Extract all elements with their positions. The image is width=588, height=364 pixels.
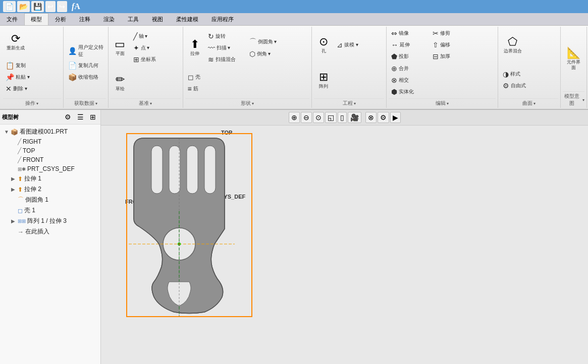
tree-expand-root[interactable]: ▼ (4, 129, 9, 135)
offset-icon: ⇧ (433, 41, 439, 49)
btn-draft[interactable]: ⊿ 拔模 ▾ (334, 39, 375, 50)
viewport-canvas[interactable]: TOP FRONT PRT_CSYS_DEF RIGHT (101, 126, 588, 364)
btn-paste[interactable]: 📌 粘贴 ▾ (3, 72, 43, 83)
tab-analysis[interactable]: 分析 (48, 13, 73, 25)
btn-shell[interactable]: ◻ 壳 (185, 72, 226, 83)
redo-button[interactable]: ↪ (57, 1, 67, 12)
tab-annotation[interactable]: 注释 (73, 13, 97, 25)
btn-style[interactable]: ◑ 样式 (500, 69, 541, 80)
tree-expand-extrude1[interactable]: ▶ (11, 176, 16, 181)
btn-merge[interactable]: ⊕ 合并 (389, 63, 429, 74)
btn-extend[interactable]: ↔ 延伸 (389, 39, 429, 50)
tab-apps[interactable]: 应用程序 (205, 13, 240, 25)
btn-extrude[interactable]: ⬆ 拉伸 (185, 36, 204, 59)
btn-project[interactable]: ⬟ 投影 (389, 51, 429, 62)
get-data-dropdown[interactable]: ▾ (95, 101, 97, 106)
btn-delete[interactable]: ✕ 删除 ▾ (3, 83, 43, 94)
tab-flexible[interactable]: 柔性建模 (170, 13, 205, 25)
btn-plane[interactable]: ▭ 平面 (111, 36, 130, 59)
btn-boundary-blend[interactable]: ⬠ 边界混合 (500, 34, 525, 56)
tree-item-right[interactable]: ╱ RIGHT (9, 137, 98, 146)
btn-user-defined[interactable]: 👤 用户定义特征 (66, 42, 106, 59)
revolve-icon: ↻ (208, 32, 214, 40)
tree-item-round1[interactable]: ⌒ 倒圆角 1 (9, 195, 98, 205)
tree-settings-btn[interactable]: ⚙ (62, 111, 74, 123)
engineering-dropdown[interactable]: ▾ (354, 101, 356, 106)
zoom-fit-btn[interactable]: ⊙ (313, 112, 324, 123)
chamfer-icon: ⬡ (249, 50, 255, 58)
btn-pattern[interactable]: ⊞ 阵列 (314, 69, 333, 92)
btn-csys[interactable]: ⊞ 坐标系 (131, 54, 171, 65)
delete-icon: ✕ (6, 85, 12, 93)
axis-label-top: TOP (221, 130, 232, 136)
zoom-in-btn[interactable]: ⊕ (289, 112, 300, 123)
btn-sketch-datum[interactable]: ✏ 草绘 (111, 72, 130, 94)
shape-dropdown[interactable]: ▾ (252, 101, 254, 106)
edit-dropdown[interactable]: ▾ (447, 101, 449, 106)
datum-dropdown[interactable]: ▾ (150, 101, 152, 106)
undo-button[interactable]: ↩ (45, 1, 56, 12)
tab-tools[interactable]: 工具 (121, 13, 145, 25)
btn-hole[interactable]: ⊙ 孔 (314, 34, 333, 56)
display-btn[interactable]: ⊗ (365, 112, 377, 123)
btn-rib[interactable]: ≡ 筋 (185, 83, 226, 94)
intersect-icon: ⊗ (391, 76, 397, 84)
rib-icon: ≡ (188, 85, 192, 93)
thicken-icon: ⊟ (433, 52, 439, 60)
save-button[interactable]: 💾 (31, 1, 44, 12)
surface-dropdown[interactable]: ▾ (533, 101, 536, 106)
frame2-btn[interactable]: ▯ (338, 112, 347, 123)
btn-chamfer[interactable]: ⬡ 倒角 ▾ (247, 48, 287, 59)
tree-item-insert[interactable]: → 在此插入 (9, 226, 98, 237)
tree-expand-extrude2[interactable]: ▶ (11, 187, 16, 192)
freestyle-icon: ⚙ (503, 82, 509, 90)
left-panel: 模型树 ⚙ ☰ ⊞ ▼ 📦 看图建模001.PRT ╱ RIGHT ╱ (0, 110, 101, 364)
btn-thicken[interactable]: ⊟ 加厚 (430, 51, 470, 62)
tab-render[interactable]: 渲染 (97, 13, 121, 25)
tree-expand-array1[interactable]: ▶ (11, 218, 16, 224)
model-intent-dropdown[interactable]: ▾ (582, 98, 584, 102)
tree-item-extrude2[interactable]: ▶ ⬆ 拉伸 2 (9, 184, 98, 195)
camera-btn[interactable]: 🎥 (348, 112, 361, 123)
btn-offset[interactable]: ⇧ 偏移 (430, 39, 470, 50)
tree-filter-btn[interactable]: ⊞ (87, 111, 98, 123)
tab-view[interactable]: 视图 (145, 13, 170, 25)
btn-freestyle[interactable]: ⚙ 自由式 (500, 80, 541, 91)
btn-intersect[interactable]: ⊗ 相交 (389, 75, 429, 86)
tree-columns-btn[interactable]: ☰ (75, 111, 86, 123)
frame-btn[interactable]: ◱ (325, 112, 337, 123)
btn-regenerate[interactable]: ⟳ 重新生成 (3, 31, 28, 53)
settings-btn[interactable]: ⚙ (378, 112, 389, 123)
new-button[interactable]: 📄 (3, 1, 16, 12)
btn-axis[interactable]: ╱ 轴 ▾ (131, 31, 171, 42)
btn-trim[interactable]: ✂ 修剪 (430, 28, 470, 39)
open-button[interactable]: 📂 (17, 1, 30, 12)
btn-copy[interactable]: 📋 复制 (3, 60, 43, 71)
btn-mirror[interactable]: ⇔ 镜像 (389, 28, 429, 39)
merge-icon: ⊕ (391, 65, 397, 73)
tab-model[interactable]: 模型 (24, 13, 48, 25)
btn-shrink[interactable]: 📦 收缩包络 (66, 72, 106, 83)
round-icon: ⌒ (249, 37, 256, 46)
btn-copy-geom[interactable]: 📄 复制几何 (66, 60, 106, 71)
tree-item-root[interactable]: ▼ 📦 看图建模001.PRT (2, 127, 98, 137)
tree-item-csys[interactable]: ⊞✱ PRT_CSYS_DEF (9, 164, 98, 173)
btn-revolve[interactable]: ↻ 旋转 (205, 31, 246, 42)
zoom-out-btn[interactable]: ⊖ (301, 112, 312, 123)
tree-item-top[interactable]: ╱ TOP (9, 146, 98, 155)
btn-round[interactable]: ⌒ 倒圆角 ▾ (247, 36, 287, 48)
btn-solidify[interactable]: ⬢ 实体化 (389, 86, 429, 97)
shrink-icon: 📦 (68, 73, 77, 81)
btn-comp-interface[interactable]: 📐 元件界面 (563, 45, 584, 73)
tree-item-array1[interactable]: ▶ ⊞⊞ 阵列 1 / 拉伸 3 (9, 216, 98, 226)
play-btn[interactable]: ▶ (390, 112, 401, 123)
tree-item-front[interactable]: ╱ FRONT (9, 155, 98, 164)
tree-item-shell1[interactable]: ◻ 壳 1 (9, 205, 98, 216)
btn-sweep[interactable]: 〰 扫描 ▾ (205, 42, 246, 53)
user-feature-icon: 👤 (68, 47, 77, 55)
tab-file[interactable]: 文件 (0, 13, 24, 25)
btn-blend-sweep[interactable]: ≋ 扫描混合 (205, 54, 246, 65)
btn-point[interactable]: ✦ 点 ▾ (131, 42, 171, 53)
tree-item-extrude1[interactable]: ▶ ⬆ 拉伸 1 (9, 173, 98, 184)
actions-dropdown[interactable]: ▾ (36, 101, 38, 106)
